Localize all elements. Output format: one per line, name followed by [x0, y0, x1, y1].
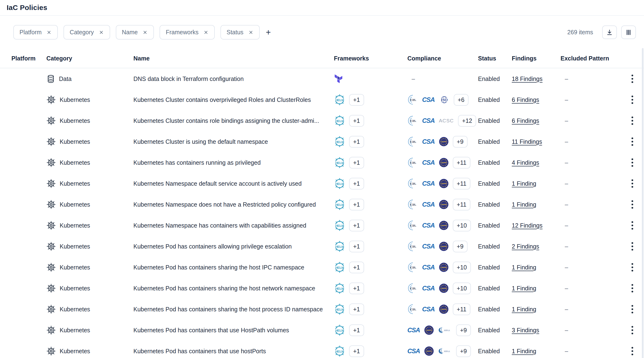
findings-link[interactable]: 11 Findings — [512, 138, 542, 145]
table-row[interactable]: Kubernetes Kubernetes Pod has containers… — [0, 278, 644, 299]
filter-chip-platform[interactable]: Platform — [13, 25, 58, 40]
svg-text:HELM: HELM — [335, 308, 344, 311]
frameworks-more-badge[interactable]: +1 — [349, 115, 364, 127]
table-row[interactable]: Kubernetes Kubernetes Cluster contains r… — [0, 110, 644, 131]
policy-name: Kubernetes Namespace has containers with… — [134, 222, 334, 229]
compliance-more-badge[interactable]: +9 — [456, 345, 471, 357]
findings-link[interactable]: 18 Findings — [512, 76, 542, 82]
add-filter-button[interactable]: + — [264, 28, 273, 37]
row-menu-button[interactable] — [627, 73, 637, 85]
kebab-icon — [631, 241, 634, 252]
frameworks-more-badge[interactable]: +1 — [349, 241, 364, 252]
compliance-more-badge[interactable]: +11 — [453, 178, 471, 189]
frameworks-more-badge[interactable]: +1 — [349, 303, 364, 315]
filter-chip-status[interactable]: Status — [220, 25, 260, 40]
compliance-more-badge[interactable]: +12 — [458, 115, 476, 127]
frameworks-more-badge[interactable]: +1 — [349, 324, 364, 336]
row-menu-button[interactable] — [627, 240, 637, 253]
table-row[interactable]: Data DNS data block in Terraform configu… — [0, 68, 644, 89]
row-menu-button[interactable] — [627, 156, 637, 169]
findings-link[interactable]: 1 Finding — [512, 201, 536, 208]
policies-table: PlatformCategoryNameFrameworksCompliance… — [0, 49, 644, 358]
excluded-pattern-value: – — [560, 159, 621, 166]
findings-link[interactable]: 12 Findings — [512, 222, 542, 229]
row-menu-button[interactable] — [627, 282, 637, 294]
gdpr-icon: GDPR — [439, 200, 448, 209]
status-text: Enabled — [478, 264, 512, 271]
columns-button[interactable] — [621, 26, 636, 39]
filter-chip-category[interactable]: Category — [64, 25, 110, 40]
findings-link[interactable]: 4 Findings — [512, 159, 539, 166]
row-menu-button[interactable] — [627, 324, 637, 336]
row-menu-button[interactable] — [627, 94, 637, 106]
table-row[interactable]: Kubernetes Kubernetes has containers run… — [0, 152, 644, 173]
row-menu-button[interactable] — [627, 303, 637, 315]
row-menu-button[interactable] — [627, 261, 637, 273]
compliance-more-badge[interactable]: +10 — [453, 262, 471, 273]
filter-chip-frameworks[interactable]: Frameworks — [160, 25, 215, 40]
findings-cell: 1 Finding — [512, 180, 560, 187]
row-menu-button[interactable] — [627, 219, 637, 232]
gdpr-icon: GDPR — [439, 158, 448, 167]
table-row[interactable]: Kubernetes Kubernetes Cluster contains o… — [0, 89, 644, 110]
close-icon[interactable] — [248, 30, 254, 35]
scrollbar[interactable] — [642, 48, 644, 358]
findings-link[interactable]: 1 Finding — [512, 285, 536, 292]
compliance-more-badge[interactable]: +9 — [456, 324, 471, 336]
close-icon[interactable] — [142, 30, 148, 35]
frameworks-more-badge[interactable]: +1 — [349, 94, 364, 106]
row-menu-button[interactable] — [627, 135, 637, 148]
findings-link[interactable]: 1 Finding — [512, 180, 536, 187]
category-label: Kubernetes — [60, 117, 90, 124]
compliance-cell: CIS.CSAGDPR+9 — [408, 136, 478, 148]
compliance-more-badge[interactable]: +11 — [453, 199, 471, 210]
row-menu-button[interactable] — [627, 345, 637, 357]
findings-link[interactable]: 1 Finding — [512, 264, 536, 271]
frameworks-more-badge[interactable]: +1 — [349, 262, 364, 273]
findings-link[interactable]: 6 Findings — [512, 96, 539, 103]
findings-link[interactable]: 2 Findings — [512, 243, 539, 250]
compliance-more-badge[interactable]: +9 — [453, 241, 468, 252]
frameworks-more-badge[interactable]: +1 — [349, 136, 364, 148]
frameworks-more-badge[interactable]: +1 — [349, 199, 364, 210]
table-row[interactable]: Kubernetes Kubernetes Cluster is using t… — [0, 131, 644, 152]
row-menu-button[interactable] — [627, 198, 637, 211]
close-icon[interactable] — [46, 30, 52, 35]
category-cell: Kubernetes — [46, 262, 134, 272]
table-row[interactable]: Kubernetes Kubernetes Namespace has cont… — [0, 215, 644, 236]
compliance-more-badge[interactable]: +10 — [453, 220, 471, 231]
compliance-cell: CIS.CSAACSC+12 — [408, 115, 478, 127]
frameworks-more-badge[interactable]: +1 — [349, 282, 364, 294]
compliance-more-badge[interactable]: +10 — [453, 282, 471, 294]
status-text: Enabled — [478, 222, 512, 229]
kebab-icon — [631, 178, 634, 189]
table-row[interactable]: Kubernetes Kubernetes Pod has containers… — [0, 341, 644, 358]
download-button[interactable] — [602, 26, 617, 39]
close-icon[interactable] — [203, 30, 208, 35]
row-menu-button[interactable] — [627, 115, 637, 127]
row-menu-button[interactable] — [627, 177, 637, 190]
findings-link[interactable]: 1 Finding — [512, 348, 536, 355]
close-icon[interactable] — [99, 30, 104, 35]
findings-link[interactable]: 3 Findings — [512, 327, 539, 334]
compliance-more-badge[interactable]: +11 — [453, 157, 471, 169]
findings-link[interactable]: 1 Finding — [512, 306, 536, 313]
filter-chip-name[interactable]: Name — [116, 25, 154, 40]
frameworks-more-badge[interactable]: +1 — [349, 178, 364, 189]
table-row[interactable]: Kubernetes Kubernetes Pod has containers… — [0, 257, 644, 278]
frameworks-more-badge[interactable]: +1 — [349, 157, 364, 169]
findings-cell: 18 Findings — [512, 76, 560, 82]
cis-icon: CIS. — [408, 304, 418, 314]
table-row[interactable]: Kubernetes Kubernetes Pod has containers… — [0, 299, 644, 320]
frameworks-more-badge[interactable]: +1 — [349, 220, 364, 231]
findings-link[interactable]: 6 Findings — [512, 117, 539, 124]
table-row[interactable]: Kubernetes Kubernetes Pod has containers… — [0, 320, 644, 341]
table-row[interactable]: Kubernetes Kubernetes Namespace does not… — [0, 194, 644, 215]
svg-text:HELM: HELM — [335, 119, 344, 123]
table-row[interactable]: Kubernetes Kubernetes Namespace default … — [0, 173, 644, 194]
compliance-more-badge[interactable]: +9 — [453, 136, 468, 148]
compliance-more-badge[interactable]: +6 — [454, 94, 469, 106]
table-row[interactable]: Kubernetes Kubernetes Pod has containers… — [0, 236, 644, 257]
compliance-more-badge[interactable]: +11 — [453, 303, 471, 315]
frameworks-more-badge[interactable]: +1 — [349, 345, 364, 357]
